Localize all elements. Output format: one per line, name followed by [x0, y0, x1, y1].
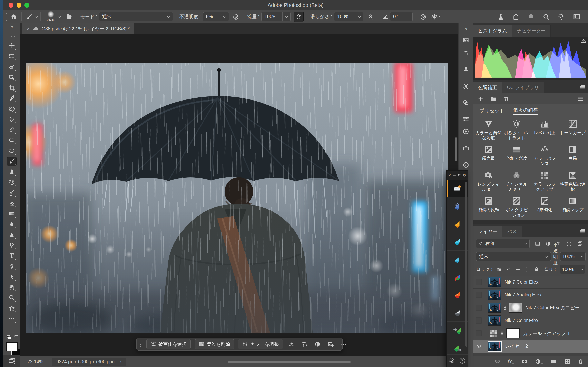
tool-preset-brush-icon[interactable] — [25, 12, 34, 22]
layer-5-name[interactable]: レイヤー 2 — [505, 343, 528, 350]
plugin-help-icon[interactable] — [459, 357, 466, 364]
status-chevron-icon[interactable]: › — [120, 359, 122, 365]
lock-pixels-icon[interactable] — [506, 267, 511, 272]
close-window-button[interactable] — [9, 3, 13, 8]
document-dimensions[interactable]: 9324 px x 6000 px (300 ppi) › — [52, 358, 126, 366]
plugin-item-analog-efex[interactable] — [447, 286, 468, 304]
layer-row-3[interactable]: Nik 7 Color Efex — [473, 314, 588, 327]
layer-row-1[interactable]: Nik 7 Analog Efex — [473, 289, 588, 301]
eyedropper-tool[interactable] — [7, 94, 16, 103]
layer-3-visibility-toggle[interactable] — [473, 314, 484, 327]
link-layers-icon[interactable] — [494, 359, 501, 365]
sharpen-tool[interactable] — [7, 230, 16, 239]
symmetry-butterfly-icon[interactable] — [431, 12, 441, 22]
pressure-size-icon[interactable] — [419, 12, 428, 22]
adj-channel-mixer[interactable]: チャンネルミキサー — [503, 169, 531, 194]
plugin-item-home[interactable] — [447, 180, 468, 197]
tab-paths[interactable]: パス — [502, 225, 522, 237]
clone-source-icon[interactable] — [462, 65, 470, 73]
layer-opacity-field[interactable]: 100% — [560, 252, 586, 261]
layers-menu-icon[interactable] — [580, 229, 585, 234]
plugin-item-viveza[interactable] — [447, 215, 468, 233]
filter-pixel-layers-icon[interactable] — [535, 241, 540, 246]
layer-0-thumbnail[interactable] — [488, 277, 501, 287]
tab-navigator[interactable]: ナビゲーター — [512, 25, 551, 37]
layer-row-4[interactable]: カラールックアップ 1 — [473, 327, 588, 340]
plugin-item-hdr-efex[interactable] — [447, 197, 468, 215]
type-tool[interactable] — [7, 251, 16, 260]
brush-tool[interactable] — [7, 157, 16, 166]
pressure-opacity-icon[interactable] — [232, 12, 241, 22]
plugin-item-silver-efex[interactable] — [447, 304, 468, 322]
adj-black-white[interactable]: 白黒 — [559, 143, 587, 169]
layer-2-visibility-toggle[interactable] — [473, 301, 484, 314]
mixer-brush-tool[interactable] — [7, 188, 16, 197]
smoothing-options-gear-icon[interactable] — [366, 12, 375, 22]
clone-stamp-tool[interactable] — [7, 167, 16, 176]
info-panel-icon[interactable] — [462, 161, 470, 169]
layer-row-5-selected[interactable]: レイヤー 2 — [473, 340, 588, 353]
plugin-scrollbar[interactable] — [466, 182, 467, 347]
notifications-bell-icon[interactable] — [527, 13, 535, 20]
adj-levels[interactable]: レベル補正 — [531, 117, 559, 143]
histogram-warning-icon[interactable] — [581, 38, 586, 43]
canvas-horizontal-scrollbar[interactable] — [228, 361, 351, 363]
lock-all-icon[interactable] — [534, 267, 539, 272]
minimize-window-button[interactable] — [17, 3, 21, 8]
add-layer-mask-icon[interactable] — [521, 359, 527, 365]
toolbar-grip[interactable] — [7, 35, 16, 38]
histogram-menu-icon[interactable] — [580, 28, 585, 33]
list-view-icon[interactable] — [577, 96, 584, 101]
layer-3-name[interactable]: Nik 7 Color Efex — [504, 318, 538, 323]
generative-fill-icon[interactable] — [462, 49, 470, 56]
adj-color-vibrance[interactable]: カラーと自然な彩度 — [475, 117, 503, 143]
flow-field[interactable]: 100% — [261, 12, 291, 21]
layer-1-thumbnail[interactable] — [488, 290, 501, 300]
layer-2-name[interactable]: Nik 7 Color Efex のコピー — [525, 305, 580, 311]
adj-brightness-contrast[interactable]: 明るさ・コントラスト — [503, 117, 531, 143]
layer-styles-fx-icon[interactable]: fx — [508, 359, 514, 365]
adj-threshold[interactable]: 2階調化 — [531, 194, 559, 220]
zoom-level[interactable]: 22.14% — [27, 359, 43, 365]
workspace-switcher-icon[interactable] — [573, 13, 580, 20]
generative-sparkle-icon[interactable] — [287, 340, 296, 349]
scissors-icon[interactable] — [462, 82, 470, 90]
more-options-icon[interactable] — [339, 340, 348, 349]
blend-mode-select[interactable]: 通常 — [99, 12, 173, 21]
layer-row-2[interactable]: Nik 7 Color Efex のコピー — [473, 301, 588, 314]
pen-tool[interactable] — [7, 262, 16, 271]
layer-blend-mode-select[interactable]: 通常 — [476, 252, 551, 261]
layer-3-thumbnail[interactable] — [488, 315, 501, 325]
foreground-color-swatch[interactable] — [6, 342, 17, 351]
properties-panel-icon[interactable] — [462, 115, 470, 123]
options-bar-grip[interactable] — [5, 12, 8, 21]
layer-5-thumbnail[interactable] — [488, 341, 502, 351]
version-history-icon[interactable] — [462, 36, 470, 44]
layer-4-mask-link-icon[interactable] — [500, 330, 504, 336]
edit-toolbar-icon[interactable] — [7, 314, 16, 323]
collapse-panels-button[interactable]: « — [462, 25, 470, 33]
toolbar-expand-button[interactable]: » — [3, 23, 21, 34]
adj-posterize[interactable]: ポスタリゼーション — [503, 194, 531, 220]
adj-color-lookup[interactable]: カラールックアップ — [531, 169, 559, 194]
plugin-close-icon[interactable]: × — [448, 172, 451, 178]
default-colors-icon[interactable] — [6, 334, 12, 341]
taskbar-grip[interactable] — [140, 340, 142, 348]
plugin-settings-icon[interactable] — [458, 173, 461, 177]
brush-preset-picker[interactable]: 2400 — [44, 11, 58, 22]
add-adjustment-icon[interactable] — [478, 96, 484, 102]
zoom-window-button[interactable] — [25, 3, 29, 8]
layer-fill-field[interactable]: 100% — [560, 265, 585, 274]
adj-gradient-map[interactable]: 階調マップ — [559, 194, 587, 220]
tool-preset-chevron[interactable] — [35, 15, 38, 18]
beta-flask-icon[interactable] — [497, 13, 504, 20]
lock-transparency-icon[interactable] — [497, 267, 502, 272]
patch-tool[interactable] — [7, 136, 16, 145]
custom-shape-tool[interactable] — [7, 304, 16, 313]
spot-healing-brush-tool[interactable] — [7, 115, 16, 124]
screen-mode-button[interactable] — [3, 355, 20, 367]
select-subject-button[interactable]: 被写体を選択 — [146, 339, 191, 349]
adjust-color-button[interactable]: カラーを調整 — [238, 339, 283, 349]
search-icon[interactable] — [543, 13, 550, 20]
tab-layers[interactable]: レイヤー — [473, 225, 502, 237]
